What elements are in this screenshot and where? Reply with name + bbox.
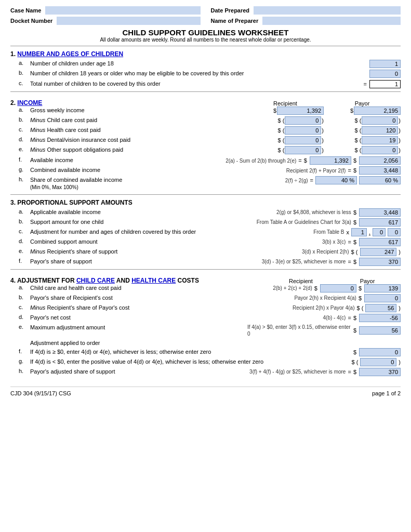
section3-row-e: e. Minus Recipient's share of support 3(… bbox=[10, 248, 401, 256]
s4-header-label1: ADJUSTMENT FOR bbox=[17, 277, 76, 284]
section3-row-b: b. Support amount for one child From Tab… bbox=[10, 218, 401, 227]
s4-c-value[interactable]: 56 bbox=[365, 304, 396, 312]
name-of-preparer-input[interactable] bbox=[262, 17, 401, 25]
section-3: 3. PROPORTIONAL SUPPORT AMOUNTS a. Appli… bbox=[10, 199, 401, 266]
s4-row-b-letter: b. bbox=[19, 294, 30, 300]
s2-a-rec-value[interactable]: 1,392 bbox=[277, 107, 324, 115]
s2-e-pay-value[interactable]: 0 bbox=[362, 146, 398, 154]
s2-a-pay-value[interactable]: 2,195 bbox=[354, 107, 401, 115]
section-1: 1. NUMBER AND AGES OF CHILDREN a. Number… bbox=[10, 50, 401, 88]
case-name-input[interactable] bbox=[45, 6, 200, 15]
col-payor-header: Payor bbox=[326, 100, 399, 107]
s2-row-f-label: Available income bbox=[30, 156, 226, 164]
s2-row-g-label: Combined available income bbox=[30, 166, 286, 174]
s2-h-rec-value[interactable]: 40 % bbox=[315, 176, 357, 184]
row-b-letter: b. bbox=[19, 70, 30, 76]
s3-row-a-label: Applicable available income bbox=[30, 208, 276, 216]
s4-e-formula: If 4(a) > $0, enter 3(f) x 0.15, otherwi… bbox=[247, 324, 351, 337]
s4-adj-label: Adjustment applied to order bbox=[30, 339, 401, 347]
s3-b-formula: From Table A or Guidelines Chart for 3(a… bbox=[257, 219, 351, 225]
s2-row-e-label: Minus Other support obligations paid bbox=[30, 146, 251, 153]
s2-f-pay-value[interactable]: 2,056 bbox=[359, 156, 401, 165]
s4-c-formula: Recipient 2(h) x Payor 4(a) bbox=[293, 305, 355, 311]
s3-f-value[interactable]: 370 bbox=[359, 258, 401, 266]
s3-a-formula: 2(g) or $4,808, whichever is less bbox=[276, 209, 351, 215]
s4-row-h-label: Payor's adjusted share of support bbox=[30, 368, 249, 375]
s4-row-e-label: Maximum adjustment amount bbox=[30, 324, 247, 331]
s2-g-value[interactable]: 3,448 bbox=[359, 166, 401, 175]
s4-a-formula: 2(b) + 2(c) + 2(d) bbox=[273, 285, 312, 291]
s3-c-v2[interactable]: 0 bbox=[373, 228, 386, 236]
section4-row-d: d. Payor's net cost 4(b) - 4(c) = $ -56 bbox=[10, 314, 401, 322]
s2-row-c-letter: c. bbox=[19, 126, 30, 132]
col-recipient-header: Recipient bbox=[249, 100, 322, 107]
section-2-header: INCOME bbox=[17, 99, 42, 107]
s3-e-value[interactable]: 247 bbox=[360, 248, 396, 256]
s4-row-b-label: Payor's share of Recipient's cost bbox=[30, 294, 294, 301]
s2-f-rec-value[interactable]: 1,392 bbox=[310, 156, 351, 165]
s2-row-g-letter: g. bbox=[19, 166, 30, 172]
s4-row-f-label: If 4(d) is ≥ $0, enter 4(d) or 4(e), whi… bbox=[30, 348, 353, 355]
s2-f-formula: 2(a) - Sum of 2(b) through 2(e) bbox=[226, 158, 296, 164]
date-prepared-input[interactable] bbox=[254, 6, 401, 15]
s4-row-d-label: Payor's net cost bbox=[30, 314, 323, 321]
s4-row-f-letter: f. bbox=[19, 348, 30, 354]
section2-row-g: g. Combined available income Recipient 2… bbox=[10, 166, 401, 175]
s4-d-value[interactable]: -56 bbox=[359, 314, 401, 322]
section1-c-value[interactable]: 1 bbox=[369, 80, 401, 88]
section2-row-b: b. Minus Child care cost paid $ ( 0 ) $ … bbox=[10, 116, 401, 125]
s4-a-rec-value[interactable]: 0 bbox=[320, 284, 356, 292]
s3-d-value[interactable]: 617 bbox=[359, 238, 401, 246]
section1-a-value[interactable]: 1 bbox=[369, 60, 401, 68]
s2-d-pay-value[interactable]: 19 bbox=[362, 136, 398, 144]
row-c-label: Total number of children to be covered b… bbox=[30, 80, 362, 87]
s2-e-rec-value[interactable]: 0 bbox=[285, 146, 321, 154]
row-c-eq: = bbox=[364, 81, 367, 87]
s4-b-value[interactable]: 0 bbox=[364, 294, 401, 302]
section2-row-d: d. Minus Dental/vision insurance cost pa… bbox=[10, 136, 401, 144]
s2-row-a-label: Gross weekly income bbox=[30, 107, 251, 114]
s4-e-value[interactable]: 56 bbox=[359, 326, 401, 335]
s3-c-v3[interactable]: 0 bbox=[388, 228, 401, 236]
s4-header-label3: COSTS bbox=[176, 277, 199, 284]
s2-c-rec-value[interactable]: 0 bbox=[285, 126, 321, 135]
section1-row-c: c. Total number of children to be covere… bbox=[10, 80, 401, 88]
form-id: CJD 304 (9/15/17) CSG bbox=[10, 390, 71, 396]
section4-adj-label-row: Adjustment applied to order bbox=[10, 339, 401, 347]
s4-healthcare-link: HEALTH CARE bbox=[131, 277, 176, 284]
s4-row-a-letter: a. bbox=[19, 284, 30, 290]
s3-f-formula: 3(d) - 3(e) or $25, whichever is more bbox=[262, 259, 346, 264]
s2-d-rec-value[interactable]: 0 bbox=[285, 136, 321, 144]
s2-row-f-letter: f. bbox=[19, 156, 30, 163]
s2-b-pay-value[interactable]: 0 bbox=[362, 116, 398, 125]
row-a-letter: a. bbox=[19, 60, 30, 66]
s2-h-pay-value[interactable]: 60 % bbox=[359, 176, 401, 184]
s4-f-value[interactable]: 0 bbox=[359, 348, 401, 356]
s4-h-value[interactable]: 370 bbox=[359, 368, 401, 376]
s3-c-v1[interactable]: 1 bbox=[351, 228, 367, 236]
s3-row-e-label: Minus Recipient's share of support bbox=[30, 248, 302, 255]
s4-col-payor-header: Payor bbox=[336, 278, 399, 284]
section-2-number: 2. bbox=[10, 99, 16, 107]
section-2: 2. INCOME Recipient Payor a. Gross weekl… bbox=[10, 95, 401, 191]
section1-row-a: a. Number of children under age 18 1 bbox=[10, 60, 401, 68]
s3-row-d-label: Combined support amount bbox=[30, 238, 322, 245]
s2-c-pay-value[interactable]: 120 bbox=[362, 126, 398, 135]
s3-row-e-letter: e. bbox=[19, 248, 30, 254]
s3-row-c-label: Adjustment for number and ages of childr… bbox=[30, 228, 313, 235]
s3-b-value[interactable]: 617 bbox=[359, 218, 401, 227]
section4-row-g: g. If 4(d) is < $0, enter the positive v… bbox=[10, 358, 401, 366]
s3-a-value[interactable]: 3,448 bbox=[359, 208, 401, 217]
s2-row-h-letter: h. bbox=[19, 176, 30, 182]
page-info: page 1 of 2 bbox=[372, 390, 401, 396]
docket-number-input[interactable] bbox=[57, 17, 200, 25]
s4-a-pay-value[interactable]: 139 bbox=[364, 284, 401, 292]
section3-row-c: c. Adjustment for number and ages of chi… bbox=[10, 228, 401, 236]
footer: CJD 304 (9/15/17) CSG page 1 of 2 bbox=[10, 387, 401, 396]
section2-row-h: h. Share of combined available income (M… bbox=[10, 176, 401, 191]
section1-b-value[interactable]: 0 bbox=[369, 70, 401, 78]
s2-b-rec-value[interactable]: 0 bbox=[285, 116, 321, 125]
s4-row-g-letter: g. bbox=[19, 358, 30, 364]
section4-row-a: a. Child care and health care cost paid … bbox=[10, 284, 401, 292]
s4-g-value[interactable]: 0 bbox=[360, 358, 396, 366]
